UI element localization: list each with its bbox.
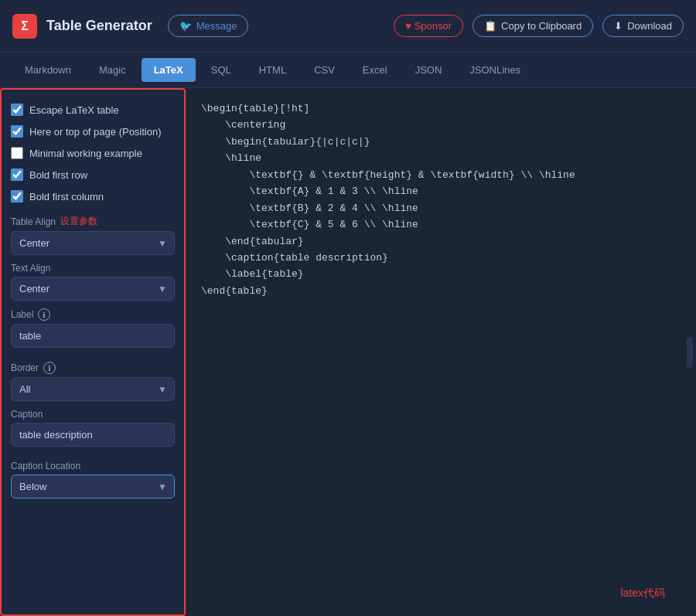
- minimal-example-checkbox[interactable]: [11, 147, 23, 159]
- twitter-icon: 🐦: [179, 20, 192, 32]
- tab-html[interactable]: HTML: [247, 58, 299, 82]
- tab-json[interactable]: JSON: [403, 58, 455, 82]
- here-top-label: Here or top of page (Position): [29, 126, 162, 138]
- border-section: Border ℹ: [11, 362, 175, 374]
- table-align-label: Table Align: [11, 216, 56, 227]
- code-content: \begin{table}[!ht] \centering \begin{tab…: [201, 100, 681, 299]
- label-section: Label ℹ: [11, 308, 175, 321]
- border-section-title: Border: [11, 362, 39, 373]
- text-align-select-wrapper: Center Left Right ▼: [11, 277, 175, 301]
- tab-magic[interactable]: Magic: [87, 58, 138, 82]
- clipboard-icon: 📋: [484, 20, 496, 32]
- caption-location-section: Caption Location: [11, 461, 175, 471]
- tab-latex[interactable]: LaTeX: [142, 58, 196, 82]
- message-button[interactable]: 🐦 Message: [168, 15, 249, 37]
- bold-first-column-checkbox[interactable]: [11, 190, 23, 202]
- download-icon: ⬇: [614, 20, 623, 32]
- resize-handle[interactable]: [687, 337, 693, 368]
- main-area: Escape LaTeX table Here or top of page (…: [0, 88, 696, 616]
- here-top-checkbox[interactable]: [11, 125, 23, 138]
- border-select-wrapper: All None Outer ▼: [11, 377, 175, 401]
- bold-first-column-label: Bold first column: [29, 191, 104, 202]
- caption-section-title: Caption: [11, 409, 43, 420]
- border-info-icon[interactable]: ℹ: [43, 362, 56, 374]
- bold-first-row-checkbox[interactable]: [11, 168, 23, 181]
- escape-latex-checkbox-row[interactable]: Escape LaTeX table: [11, 99, 175, 121]
- caption-input[interactable]: [11, 423, 175, 447]
- caption-location-select[interactable]: Below Above: [11, 475, 175, 499]
- tab-markdown[interactable]: Markdown: [12, 58, 84, 82]
- border-select[interactable]: All None Outer: [11, 377, 175, 401]
- minimal-example-label: Minimal working example: [29, 148, 142, 159]
- text-align-label: Text Align: [11, 263, 50, 274]
- download-button[interactable]: ⬇ Download: [602, 15, 684, 37]
- sponsor-button[interactable]: ♥ Sponsor: [394, 15, 463, 37]
- tab-sql[interactable]: SQL: [199, 58, 244, 82]
- here-top-checkbox-row[interactable]: Here or top of page (Position): [11, 121, 175, 142]
- label-input[interactable]: [11, 324, 175, 348]
- code-area: \begin{table}[!ht] \centering \begin{tab…: [186, 88, 696, 616]
- tab-csv[interactable]: CSV: [302, 58, 347, 82]
- caption-location-select-wrapper: Below Above ▼: [11, 475, 175, 499]
- text-align-select[interactable]: Center Left Right: [11, 277, 175, 301]
- bold-first-row-label: Bold first row: [29, 169, 87, 181]
- table-align-select-wrapper: Center Left Right ▼: [11, 231, 175, 255]
- label-info-icon[interactable]: ℹ: [38, 308, 50, 321]
- table-align-section: Table Align 设置参数: [11, 215, 175, 228]
- escape-latex-checkbox[interactable]: [11, 104, 23, 116]
- tab-jsonlines[interactable]: JSONLines: [457, 58, 533, 82]
- text-align-section: Text Align: [11, 263, 175, 274]
- app-title: Table Generator: [46, 18, 152, 34]
- escape-latex-label: Escape LaTeX table: [29, 104, 119, 116]
- bold-first-column-checkbox-row[interactable]: Bold first column: [11, 185, 175, 207]
- table-align-select[interactable]: Center Left Right: [11, 231, 175, 255]
- set-params-link[interactable]: 设置参数: [60, 215, 97, 228]
- copy-clipboard-button[interactable]: 📋 Copy to Clipboard: [473, 15, 593, 37]
- caption-section: Caption: [11, 409, 175, 420]
- sidebar: Escape LaTeX table Here or top of page (…: [0, 88, 186, 616]
- tab-bar: Markdown Magic LaTeX SQL HTML CSV Excel …: [0, 53, 696, 88]
- tab-excel[interactable]: Excel: [350, 58, 400, 82]
- label-section-title: Label: [11, 309, 33, 320]
- header: Σ Table Generator 🐦 Message ♥ Sponsor 📋 …: [0, 0, 696, 53]
- bold-first-row-checkbox-row[interactable]: Bold first row: [11, 164, 175, 185]
- latex-code-label: latex代码: [620, 587, 665, 601]
- logo-icon: Σ: [12, 14, 37, 39]
- minimal-example-checkbox-row[interactable]: Minimal working example: [11, 142, 175, 164]
- caption-location-label: Caption Location: [11, 461, 80, 471]
